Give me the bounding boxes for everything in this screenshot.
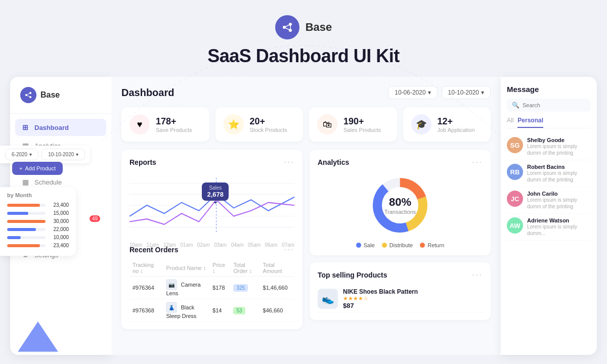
contact-shelby[interactable]: SG Shelby Goode Lorem ipsum is simply du… <box>507 133 591 160</box>
stat-icon-sales: 🛍 <box>317 114 337 134</box>
product-2: 👗 Black Sleep Dress <box>163 299 209 322</box>
top-products-panel: Top selling Products ··· 👟 NIKE Shoes Bl… <box>310 262 491 320</box>
table-row: #976364 📷 Camera Lens $178 325 $1,46,660 <box>129 277 294 299</box>
dashboard-main: Dashboard 10-06-2020 ▾ 10-10-2020 ▾ ♥ 17… <box>111 77 501 355</box>
left-date-pickers: 6-2020 ▾ 10-10-2020 ▾ <box>0 146 90 163</box>
date-filters: 10-06-2020 ▾ 10-10-2020 ▾ <box>388 86 491 99</box>
avatar-adriene: AW <box>507 217 523 234</box>
total-order-2: 53 <box>230 299 259 322</box>
stat-card-jobs: 🎓 12+ Job Application <box>403 107 491 142</box>
svg-point-7 <box>29 92 31 94</box>
contact-msg-adriene: Lorem ipsum is simply dumm... <box>527 223 591 237</box>
product-1: 📷 Camera Lens <box>163 277 209 299</box>
avatar-shelby: SG <box>507 137 523 153</box>
orders-section: Recent Orders ··· Tracking no ↕ Product … <box>129 244 294 322</box>
left-date-btn-2[interactable]: 10-10-2020 ▾ <box>41 149 85 160</box>
product-thumb-2: 👗 <box>166 302 177 313</box>
chart-tooltip: Sales 2,678 <box>202 183 229 201</box>
main-content: Base ⊞ Dashboard ▦ Analytics ▤ Invoice ▦… <box>0 77 607 355</box>
add-product-widget: + Add Product <box>6 162 69 175</box>
stat-icon-stock: ⭐ <box>224 114 244 134</box>
contact-robert[interactable]: RB Robert Bacins Lorem ipsum is simply d… <box>507 160 591 187</box>
total-order-1: 325 <box>230 277 259 299</box>
analytics-menu[interactable]: ··· <box>472 157 483 167</box>
stats-row: ♥ 178+ Save Products ⭐ 20+ Stock Product… <box>121 107 491 142</box>
date-filter-1[interactable]: 10-06-2020 ▾ <box>388 86 437 99</box>
date-filter-2[interactable]: 10-10-2020 ▾ <box>442 86 491 99</box>
bar-label-2: 15,000 <box>49 210 69 216</box>
brand-name: Base <box>306 21 332 34</box>
reports-menu[interactable]: ··· <box>284 157 294 167</box>
orders-table: Tracking no ↕ Product Name ↕ Price ↕ Tot… <box>129 260 294 322</box>
stat-icon-save: ♥ <box>129 114 150 134</box>
svg-point-8 <box>29 96 31 98</box>
legend-distribute: Distribute <box>382 242 413 248</box>
product-stars-1: ★★★★☆ <box>343 295 418 302</box>
reports-title: Reports <box>129 158 156 166</box>
sidebar-brand: Base <box>10 87 111 114</box>
product-thumb-1: 📷 <box>166 279 177 290</box>
contact-adriene[interactable]: AW Adriene Watson Lorem ipsum is simply … <box>507 214 591 241</box>
page-title: SaaS Dashboard UI Kit <box>207 46 400 67</box>
product-name-1: NIKE Shoes Black Pattern <box>343 288 418 295</box>
bar-row-4: 22,000 <box>7 226 69 232</box>
contact-msg-shelby: Lorem ipsum is simply dumm of the printi… <box>527 143 591 156</box>
dashboard-header: Dashboard 10-06-2020 ▾ 10-10-2020 ▾ <box>121 86 491 99</box>
messages-badge: 49 <box>90 215 100 222</box>
bar-row-3: 30,000 <box>7 218 69 224</box>
sidebar-logo-icon <box>20 87 36 103</box>
total-amount-1: $1,46,660 <box>260 277 294 299</box>
donut-percent: 80% <box>384 196 416 209</box>
reports-panel: Reports ··· Sales 2,678 <box>121 150 302 329</box>
by-month-title: by Month <box>7 192 69 198</box>
total-amount-2: $46,660 <box>260 299 294 322</box>
analytics-title: Analytics <box>318 158 349 166</box>
bar-label-4: 22,000 <box>49 226 69 232</box>
bar-label-6: 23,400 <box>49 243 69 248</box>
donut-label: Transactions <box>384 209 416 215</box>
legend-dot-sale <box>356 243 361 248</box>
contact-john[interactable]: JC John Carilo Lorem ipsum is simply dum… <box>507 187 591 214</box>
avatar-robert: RB <box>507 164 523 180</box>
message-search-box[interactable]: 🔍 <box>507 99 591 112</box>
legend-return: Return <box>420 242 444 248</box>
price-2: $14 <box>209 299 230 322</box>
price-1: $178 <box>209 277 230 299</box>
message-tabs: All Personal <box>507 117 591 128</box>
tracking-1: #976364 <box>129 277 163 299</box>
top-products-menu[interactable]: ··· <box>472 269 483 280</box>
search-icon: 🔍 <box>512 102 519 109</box>
product-row: 👟 NIKE Shoes Black Pattern ★★★★☆ $87 <box>318 285 483 313</box>
bar-row-2: 15,000 <box>7 210 69 216</box>
stat-label-jobs: Job Application <box>438 127 475 133</box>
stat-value-jobs: 12+ <box>438 116 475 127</box>
brand-logo-icon <box>275 15 299 39</box>
message-title: Message <box>507 85 591 94</box>
product-price-1: $87 <box>343 302 418 309</box>
analytics-panel: Analytics ··· <box>310 150 491 255</box>
svg-line-10 <box>26 95 30 97</box>
message-search-input[interactable] <box>523 102 586 108</box>
stat-card-save: ♥ 178+ Save Products <box>121 107 209 142</box>
tab-personal[interactable]: Personal <box>517 117 543 128</box>
message-panel: Message 🔍 All Personal SG Shelby Goode L… <box>501 77 597 355</box>
sidebar-item-dashboard[interactable]: ⊞ Dashboard <box>15 119 106 136</box>
brand-row: Base <box>275 15 332 39</box>
legend-sale: Sale <box>356 242 375 248</box>
sidebar-brand-label: Base <box>40 90 60 100</box>
svg-point-6 <box>25 94 27 96</box>
add-product-button[interactable]: + Add Product <box>12 162 63 175</box>
stat-card-stock: ⭐ 20+ Stock Products <box>215 107 304 142</box>
sidebar-dashboard-label: Dashboard <box>34 124 69 131</box>
bar-row-1: 23,400 <box>7 202 69 208</box>
bar-label-1: 23,400 <box>49 202 69 208</box>
schedule-icon: ▦ <box>21 178 29 186</box>
stat-label-save: Save Products <box>156 127 192 133</box>
bar-label-5: 10,000 <box>49 235 69 240</box>
left-date-btn-1[interactable]: 6-2020 ▾ <box>5 149 38 160</box>
tab-all[interactable]: All <box>507 117 513 128</box>
sidebar-schedule-label: Schedule <box>34 178 62 186</box>
stat-icon-jobs: 🎓 <box>411 114 431 134</box>
stat-value-sales: 190+ <box>343 116 381 127</box>
legend-dot-distribute <box>382 243 387 248</box>
